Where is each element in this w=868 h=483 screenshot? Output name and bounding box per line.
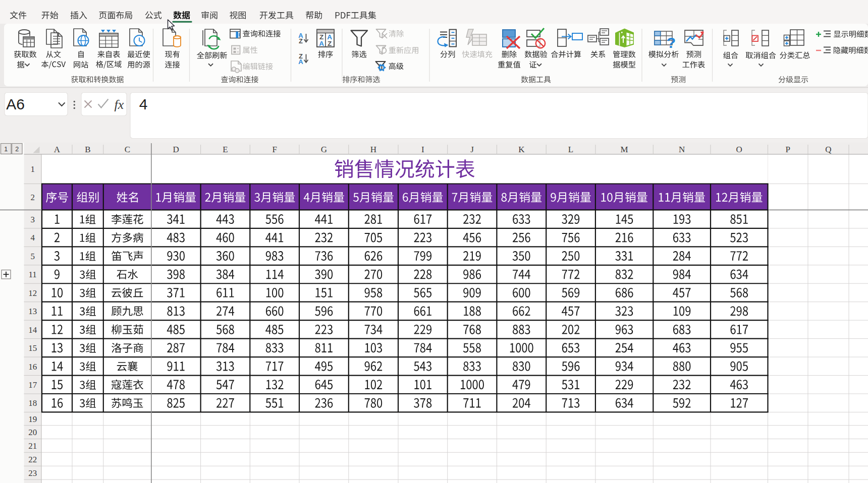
svg-text:17: 17 [28,380,37,390]
svg-text:20: 20 [28,428,37,437]
svg-text:L: L [568,145,573,154]
svg-text:G: G [321,145,327,154]
svg-text:2: 2 [30,193,35,202]
svg-text:16: 16 [28,362,37,372]
svg-text:J: J [470,145,474,154]
svg-text:fx: fx [115,97,124,112]
svg-text:E: E [223,145,228,154]
svg-text:P: P [786,145,790,154]
svg-text:Q: Q [825,145,831,154]
svg-text:13: 13 [28,307,37,316]
svg-text:O: O [736,145,742,154]
svg-text:19: 19 [28,414,37,424]
svg-text:1: 1 [4,146,8,153]
svg-text:H: H [370,145,376,154]
svg-text:Z: Z [299,37,303,45]
svg-text:22: 22 [28,455,37,464]
svg-text:5: 5 [30,252,35,261]
svg-text:D: D [173,145,179,154]
svg-text:4: 4 [139,96,148,112]
svg-text:?: ? [667,34,676,51]
svg-text:M: M [621,145,628,154]
svg-text:C: C [125,145,130,154]
svg-text:K: K [518,145,525,154]
svg-text:Z: Z [328,40,332,47]
svg-text:4: 4 [30,233,35,243]
svg-text:A: A [54,145,61,154]
svg-text:15: 15 [28,343,37,353]
svg-text:14: 14 [28,325,37,335]
svg-text:18: 18 [28,398,37,408]
svg-text:N: N [679,145,685,154]
svg-text:A: A [298,58,303,66]
svg-text:2: 2 [15,146,19,153]
svg-text:I: I [421,145,424,154]
svg-text:11: 11 [29,270,37,279]
svg-text:1: 1 [30,164,35,174]
svg-text:A6: A6 [6,96,25,112]
svg-text:A: A [319,40,324,47]
svg-text:3: 3 [30,215,35,224]
svg-text:F: F [272,145,277,154]
svg-text:21: 21 [28,441,37,451]
svg-text:B: B [85,145,90,154]
svg-text:12: 12 [28,288,37,298]
svg-text:23: 23 [28,468,37,478]
